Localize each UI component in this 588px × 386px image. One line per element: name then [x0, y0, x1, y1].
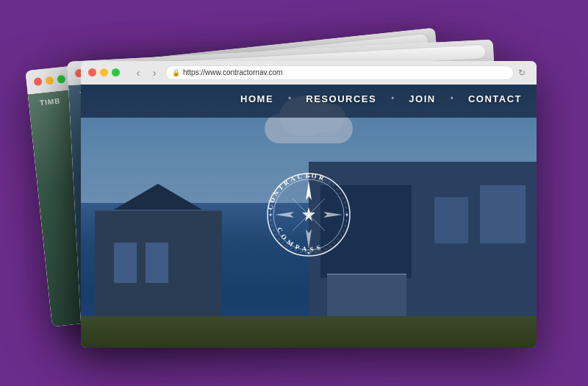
- reload-button[interactable]: ↻: [518, 68, 526, 78]
- url-bar-front[interactable]: 🔒 https://www.contractornav.com: [165, 65, 514, 80]
- close-button-front[interactable]: [88, 68, 96, 76]
- svg-marker-7: [323, 212, 343, 218]
- nav-resources[interactable]: RESOURCES: [306, 93, 376, 104]
- addressbar-front[interactable]: ‹ › 🔒 https://www.contractornav.com ↻: [132, 65, 529, 80]
- minimize-button-front[interactable]: [100, 68, 108, 76]
- svg-text:CONTRACTOR: CONTRACTOR: [266, 171, 327, 210]
- ground: [81, 316, 537, 348]
- nav-divider-3: •: [451, 93, 453, 104]
- svg-point-15: [308, 251, 310, 254]
- content-front: HOME • RESOURCES • JOIN • CONTACT: [81, 85, 537, 348]
- nav-buttons-front: ‹ ›: [132, 66, 161, 79]
- svg-line-9: [309, 199, 325, 215]
- svg-point-14: [308, 175, 310, 177]
- nav-divider-2: •: [391, 93, 394, 104]
- svg-marker-8: [275, 212, 294, 218]
- svg-text:COMPASS: COMPASS: [276, 226, 325, 253]
- minimize-button-back[interactable]: [45, 75, 54, 84]
- nav-divider-1: •: [288, 93, 291, 104]
- titlebar-front: ‹ › 🔒 https://www.contractornav.com ↻: [81, 61, 537, 85]
- maximize-button-front[interactable]: [112, 68, 120, 76]
- nav-home[interactable]: HOME: [240, 93, 273, 104]
- browser-window-front: ‹ › 🔒 https://www.contractornav.com ↻: [81, 61, 537, 348]
- svg-point-17: [346, 213, 348, 215]
- nav-contact[interactable]: CONTACT: [468, 93, 522, 104]
- close-button-back[interactable]: [33, 76, 42, 85]
- nav-join[interactable]: JOIN: [409, 93, 435, 104]
- svg-line-11: [293, 199, 309, 215]
- svg-marker-5: [306, 181, 312, 200]
- maximize-button-back[interactable]: [57, 74, 65, 83]
- svg-point-16: [270, 213, 272, 215]
- site-nav: HOME • RESOURCES • JOIN • CONTACT: [81, 85, 537, 113]
- browser-stack: ‹ › timberschroot.com TIMB: [59, 39, 529, 348]
- traffic-lights-front: [88, 68, 120, 76]
- back-btn-front[interactable]: ‹: [132, 66, 145, 79]
- nav-item-back-1: TIMB: [40, 96, 61, 107]
- url-text-front: https://www.contractornav.com: [183, 68, 282, 76]
- forward-btn-front[interactable]: ›: [148, 66, 161, 79]
- lock-icon: 🔒: [172, 69, 180, 76]
- logo-container: CONTRACTOR COMPASS: [265, 171, 353, 262]
- traffic-lights-back: [33, 74, 65, 85]
- compass-logo-svg: CONTRACTOR COMPASS: [265, 171, 353, 259]
